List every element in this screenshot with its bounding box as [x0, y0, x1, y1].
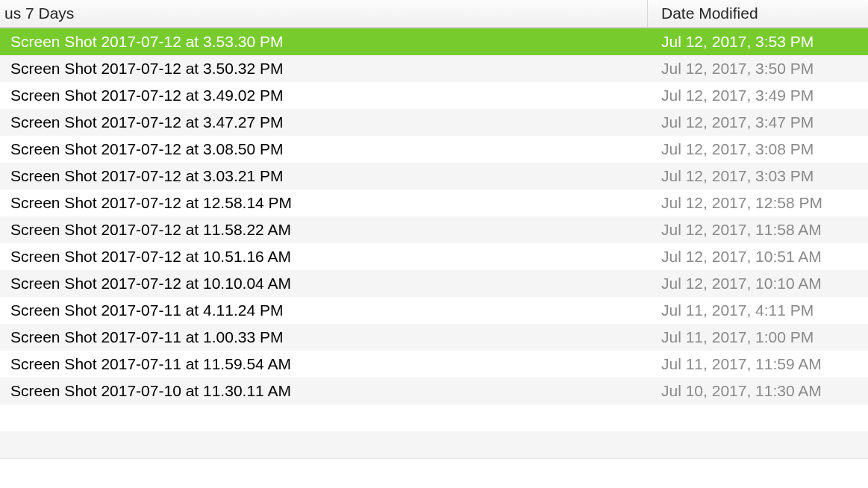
file-name: Screen Shot 2017-07-10 at 11.30.11 AM [0, 382, 648, 400]
bottom-area [0, 458, 868, 488]
file-name: Screen Shot 2017-07-12 at 3.50.32 PM [0, 60, 648, 78]
file-date-modified: Jul 12, 2017, 3:03 PM [648, 167, 868, 185]
file-date-modified: Jul 12, 2017, 3:50 PM [648, 60, 868, 78]
file-row[interactable]: Screen Shot 2017-07-10 at 11.30.11 AMJul… [0, 378, 868, 404]
file-row[interactable]: Screen Shot 2017-07-12 at 3.49.02 PMJul … [0, 82, 868, 109]
file-name: Screen Shot 2017-07-12 at 10.51.16 AM [0, 248, 648, 266]
file-date-modified: Jul 11, 2017, 4:11 PM [648, 301, 868, 319]
file-row[interactable]: Screen Shot 2017-07-12 at 10.51.16 AMJul… [0, 243, 868, 270]
file-name: Screen Shot 2017-07-12 at 11.58.22 AM [0, 221, 648, 239]
column-header-name[interactable]: us 7 Days [0, 0, 648, 27]
file-name: Screen Shot 2017-07-12 at 3.47.27 PM [0, 113, 648, 131]
column-header-row: us 7 Days Date Modified [0, 0, 868, 28]
file-name: Screen Shot 2017-07-12 at 3.03.21 PM [0, 167, 648, 185]
file-date-modified: Jul 12, 2017, 11:58 AM [648, 221, 868, 239]
column-header-date-modified[interactable]: Date Modified [648, 0, 868, 27]
empty-row [0, 404, 868, 431]
file-row[interactable]: Screen Shot 2017-07-12 at 3.08.50 PMJul … [0, 136, 868, 163]
file-name: Screen Shot 2017-07-12 at 3.49.02 PM [0, 87, 648, 104]
file-row[interactable]: Screen Shot 2017-07-11 at 4.11.24 PMJul … [0, 297, 868, 324]
file-name: Screen Shot 2017-07-11 at 1.00.33 PM [0, 328, 648, 346]
file-row[interactable]: Screen Shot 2017-07-12 at 12.58.14 PMJul… [0, 190, 868, 216]
file-name: Screen Shot 2017-07-11 at 4.11.24 PM [0, 301, 648, 319]
file-row[interactable]: Screen Shot 2017-07-12 at 10.10.04 AMJul… [0, 270, 868, 297]
file-list: Screen Shot 2017-07-12 at 3.53.30 PMJul … [0, 28, 868, 458]
file-row[interactable]: Screen Shot 2017-07-11 at 1.00.33 PMJul … [0, 324, 868, 351]
file-date-modified: Jul 12, 2017, 3:08 PM [648, 140, 868, 158]
file-row[interactable]: Screen Shot 2017-07-12 at 3.47.27 PMJul … [0, 109, 868, 136]
file-row[interactable]: Screen Shot 2017-07-11 at 11.59.54 AMJul… [0, 351, 868, 378]
file-date-modified: Jul 11, 2017, 11:59 AM [648, 355, 868, 373]
file-date-modified: Jul 12, 2017, 10:51 AM [648, 248, 868, 266]
file-name: Screen Shot 2017-07-12 at 12.58.14 PM [0, 194, 648, 212]
file-date-modified: Jul 12, 2017, 10:10 AM [648, 275, 868, 293]
file-name: Screen Shot 2017-07-12 at 10.10.04 AM [0, 275, 648, 293]
file-date-modified: Jul 12, 2017, 3:47 PM [648, 113, 868, 131]
file-row[interactable]: Screen Shot 2017-07-12 at 3.50.32 PMJul … [0, 55, 868, 82]
file-row[interactable]: Screen Shot 2017-07-12 at 3.03.21 PMJul … [0, 163, 868, 190]
file-date-modified: Jul 12, 2017, 3:49 PM [648, 87, 868, 104]
file-date-modified: Jul 10, 2017, 11:30 AM [648, 382, 868, 400]
file-name: Screen Shot 2017-07-12 at 3.53.30 PM [0, 33, 648, 51]
file-date-modified: Jul 12, 2017, 12:58 PM [648, 194, 868, 212]
file-row[interactable]: Screen Shot 2017-07-12 at 11.58.22 AMJul… [0, 216, 868, 243]
file-name: Screen Shot 2017-07-11 at 11.59.54 AM [0, 355, 648, 373]
file-name: Screen Shot 2017-07-12 at 3.08.50 PM [0, 140, 648, 158]
file-date-modified: Jul 11, 2017, 1:00 PM [648, 328, 868, 346]
file-row[interactable]: Screen Shot 2017-07-12 at 3.53.30 PMJul … [0, 28, 868, 55]
empty-row [0, 431, 868, 458]
file-date-modified: Jul 12, 2017, 3:53 PM [648, 33, 868, 51]
